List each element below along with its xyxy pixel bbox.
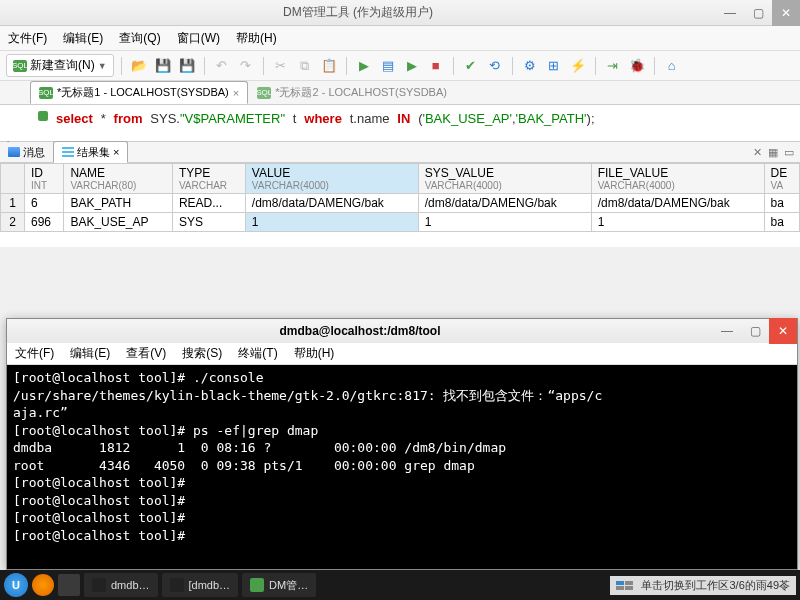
editor-area: ▤ ◇ SQL *无标题1 - LOCALHOST(SYSDBA) × SQL … <box>0 81 800 247</box>
files-icon[interactable] <box>58 574 80 596</box>
term-maximize-button[interactable]: ▢ <box>741 318 769 344</box>
menu-help[interactable]: 帮助(H) <box>236 30 277 47</box>
menu-query[interactable]: 查询(Q) <box>119 30 160 47</box>
tab-2[interactable]: SQL *无标题2 - LOCALHOST(SYSDBA) <box>248 81 456 104</box>
tab-1[interactable]: SQL *无标题1 - LOCALHOST(SYSDBA) × <box>30 81 248 104</box>
table-row: 1 6BAK_PATHREAD.../dm8/data/DAMENG/bak/d… <box>1 194 800 213</box>
sql-icon: SQL <box>257 87 271 99</box>
term-menu-edit[interactable]: 编辑(E) <box>70 345 110 362</box>
result-grid[interactable]: IDINT NAMEVARCHAR(80) TYPEVARCHAR VALUEV… <box>0 163 800 247</box>
editor-tabs: SQL *无标题1 - LOCALHOST(SYSDBA) × SQL *无标题… <box>0 81 800 105</box>
open-icon[interactable]: 📂 <box>129 56 149 76</box>
close-tab-icon[interactable]: × <box>113 146 119 158</box>
taskbar: U dmdb… [dmdb… DM管… 单击切换到工作区3/6的雨49苓 <box>0 570 800 600</box>
tool2-icon[interactable]: ⊞ <box>544 56 564 76</box>
start-button[interactable]: U <box>4 573 28 597</box>
tab-resultset[interactable]: 结果集× <box>53 141 128 163</box>
sql-editor[interactable]: select * from SYS."V$PARAMETER" t where … <box>0 105 800 141</box>
menubar: 文件(F) 编辑(E) 查询(Q) 窗口(W) 帮助(H) <box>0 26 800 51</box>
bug-icon[interactable]: 🐞 <box>627 56 647 76</box>
task-terminal-2[interactable]: [dmdb… <box>162 573 239 597</box>
task-terminal-1[interactable]: dmdb… <box>84 573 158 597</box>
commit-icon[interactable]: ✔ <box>461 56 481 76</box>
terminal-icon <box>170 578 184 592</box>
link-icon[interactable]: ✕ <box>753 146 762 159</box>
term-minimize-button[interactable]: — <box>713 318 741 344</box>
tool4-icon[interactable]: ⇥ <box>603 56 623 76</box>
term-menu-search[interactable]: 搜索(S) <box>182 345 222 362</box>
copy-icon[interactable]: ⧉ <box>295 56 315 76</box>
maximize-button[interactable]: ▢ <box>744 0 772 26</box>
exec-icon[interactable]: ▶ <box>402 56 422 76</box>
script-icon[interactable]: ▤ <box>378 56 398 76</box>
result-tabs: 消息 结果集× ✕ ▦ ▭ <box>0 141 800 163</box>
term-close-button[interactable]: ✕ <box>769 318 797 344</box>
home-icon[interactable]: ⌂ <box>662 56 682 76</box>
collapse-icon[interactable]: ▭ <box>784 146 794 159</box>
redo-icon[interactable]: ↷ <box>236 56 256 76</box>
new-query-button[interactable]: SQL 新建查询(N) ▼ <box>6 54 114 77</box>
dm-icon <box>250 578 264 592</box>
saveall-icon[interactable]: 💾 <box>177 56 197 76</box>
grid2-icon[interactable]: ▦ <box>768 146 778 159</box>
task-dm[interactable]: DM管… <box>242 573 316 597</box>
undo-icon[interactable]: ↶ <box>212 56 232 76</box>
tool1-icon[interactable]: ⚙ <box>520 56 540 76</box>
term-menu-file[interactable]: 文件(F) <box>15 345 54 362</box>
system-tray[interactable]: 单击切换到工作区3/6的雨49苓 <box>610 576 796 595</box>
close-tab-icon[interactable]: × <box>233 87 239 99</box>
menu-file[interactable]: 文件(F) <box>8 30 47 47</box>
cut-icon[interactable]: ✂ <box>271 56 291 76</box>
terminal[interactable]: [root@localhost tool]# ./console /usr/sh… <box>7 365 797 569</box>
minimize-button[interactable]: — <box>716 0 744 26</box>
message-icon <box>8 147 20 157</box>
tool3-icon[interactable]: ⚡ <box>568 56 588 76</box>
firefox-icon[interactable] <box>32 574 54 596</box>
sql-icon: SQL <box>39 87 53 99</box>
menu-edit[interactable]: 编辑(E) <box>63 30 103 47</box>
grid-icon <box>62 147 74 157</box>
term-menu-help[interactable]: 帮助(H) <box>294 345 335 362</box>
terminal-icon <box>92 578 106 592</box>
table-row: 2 696BAK_USE_APSYS111ba <box>1 213 800 232</box>
titlebar: DM管理工具 (作为超级用户) — ▢ ✕ <box>0 0 800 26</box>
run-icon[interactable]: ▶ <box>354 56 374 76</box>
rollback-icon[interactable]: ⟲ <box>485 56 505 76</box>
paste-icon[interactable]: 📋 <box>319 56 339 76</box>
terminal-titlebar[interactable]: dmdba@localhost:/dm8/tool — ▢ ✕ <box>7 319 797 343</box>
menu-window[interactable]: 窗口(W) <box>177 30 220 47</box>
workspace-switcher-icon[interactable] <box>616 581 633 590</box>
term-menu-terminal[interactable]: 终端(T) <box>238 345 277 362</box>
window-title: DM管理工具 (作为超级用户) <box>0 4 716 21</box>
stop-icon[interactable]: ■ <box>426 56 446 76</box>
close-button[interactable]: ✕ <box>772 0 800 26</box>
toolbar: SQL 新建查询(N) ▼ 📂 💾 💾 ↶ ↷ ✂ ⧉ 📋 ▶ ▤ ▶ ■ ✔ … <box>0 51 800 81</box>
save-icon[interactable]: 💾 <box>153 56 173 76</box>
sql-icon: SQL <box>13 60 27 72</box>
terminal-window: dmdba@localhost:/dm8/tool — ▢ ✕ 文件(F) 编辑… <box>6 318 798 570</box>
term-menu-view[interactable]: 查看(V) <box>126 345 166 362</box>
chevron-down-icon: ▼ <box>98 61 107 71</box>
